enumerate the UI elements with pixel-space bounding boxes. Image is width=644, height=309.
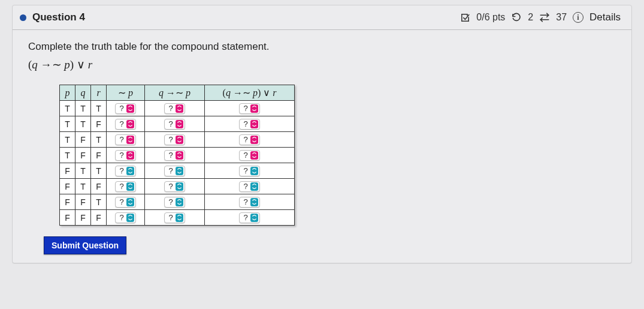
- truth-table: p q r ∼ p q →∼ p (q →∼ p) ∨ r TTT???TTF?…: [59, 85, 295, 226]
- cell-full: ?: [205, 163, 295, 179]
- cell-r: F: [91, 210, 107, 226]
- cell-full: ?: [205, 179, 295, 194]
- select-placeholder: ?: [243, 104, 247, 113]
- select-dropdown[interactable]: ?: [115, 197, 135, 208]
- select-dropdown[interactable]: ?: [115, 150, 135, 161]
- cell-r: F: [91, 148, 107, 163]
- dropdown-caret-icon: [176, 198, 183, 206]
- select-placeholder: ?: [119, 119, 123, 129]
- question-body: Complete the truth table for the compoun…: [13, 30, 631, 263]
- dropdown-caret-icon: [176, 136, 183, 144]
- cell-p: F: [60, 194, 75, 210]
- select-dropdown[interactable]: ?: [164, 134, 185, 145]
- select-dropdown[interactable]: ?: [239, 103, 259, 114]
- select-placeholder: ?: [168, 151, 173, 160]
- cell-q: T: [75, 163, 91, 179]
- select-placeholder: ?: [243, 197, 247, 207]
- select-dropdown[interactable]: ?: [164, 150, 185, 161]
- table-row: TTF???: [60, 116, 295, 132]
- select-dropdown[interactable]: ?: [239, 119, 259, 130]
- compound-statement-formula: (q →∼ p) ∨ r: [28, 58, 631, 71]
- dropdown-caret-icon: [250, 214, 258, 222]
- cell-full: ?: [205, 116, 295, 132]
- select-placeholder: ?: [168, 135, 173, 145]
- select-dropdown[interactable]: ?: [239, 212, 259, 223]
- dropdown-caret-icon: [126, 182, 134, 191]
- dropdown-caret-icon: [176, 104, 183, 113]
- question-title: Question 4: [32, 11, 85, 23]
- dropdown-caret-icon: [250, 104, 258, 113]
- select-placeholder: ?: [168, 213, 173, 223]
- dropdown-caret-icon: [250, 198, 258, 206]
- select-dropdown[interactable]: ?: [164, 166, 185, 176]
- select-dropdown[interactable]: ?: [239, 181, 259, 192]
- dropdown-caret-icon: [250, 151, 258, 160]
- select-dropdown[interactable]: ?: [239, 197, 259, 208]
- cell-p: F: [60, 210, 75, 226]
- cell-p: F: [60, 179, 75, 194]
- select-dropdown[interactable]: ?: [115, 181, 135, 192]
- select-dropdown[interactable]: ?: [115, 212, 135, 223]
- col-header-impl: q →∼ p: [145, 85, 205, 101]
- select-dropdown[interactable]: ?: [239, 134, 259, 145]
- col-header-full: (q →∼ p) ∨ r: [205, 85, 295, 101]
- cell-full: ?: [205, 132, 295, 148]
- details-link[interactable]: Details: [589, 11, 621, 23]
- select-dropdown[interactable]: ?: [115, 166, 135, 176]
- table-row: FFT???: [60, 194, 295, 210]
- cell-p: T: [60, 116, 75, 132]
- dropdown-caret-icon: [126, 104, 134, 113]
- submit-question-button[interactable]: Submit Question: [44, 236, 126, 254]
- table-row: TTT???: [60, 101, 295, 116]
- dropdown-caret-icon: [126, 151, 134, 160]
- select-placeholder: ?: [243, 182, 247, 191]
- checkbox-icon: [460, 13, 470, 23]
- select-placeholder: ?: [119, 213, 123, 223]
- cell-impl: ?: [145, 179, 205, 194]
- question-header: Question 4 0/6 pts 2: [13, 5, 631, 30]
- select-dropdown[interactable]: ?: [164, 181, 185, 192]
- select-placeholder: ?: [119, 151, 123, 160]
- cell-impl: ?: [145, 148, 205, 163]
- select-placeholder: ?: [119, 182, 123, 191]
- dropdown-caret-icon: [250, 120, 258, 128]
- select-dropdown[interactable]: ?: [115, 103, 135, 114]
- cell-notp: ?: [107, 194, 145, 210]
- cell-impl: ?: [145, 194, 205, 210]
- cell-notp: ?: [107, 163, 145, 179]
- select-placeholder: ?: [243, 119, 247, 129]
- question-header-right: 0/6 pts 2 37 i Details: [460, 11, 621, 23]
- dropdown-caret-icon: [250, 182, 258, 191]
- cell-notp: ?: [107, 116, 145, 132]
- select-placeholder: ?: [119, 135, 123, 145]
- cell-q: F: [75, 210, 91, 226]
- cell-notp: ?: [107, 148, 145, 163]
- table-header-row: p q r ∼ p q →∼ p (q →∼ p) ∨ r: [60, 85, 295, 101]
- cell-impl: ?: [145, 210, 205, 226]
- table-row: TFT???: [60, 132, 295, 148]
- dropdown-caret-icon: [126, 120, 134, 128]
- select-dropdown[interactable]: ?: [164, 119, 185, 130]
- dropdown-caret-icon: [176, 182, 183, 191]
- cell-notp: ?: [107, 132, 145, 148]
- cell-q: T: [75, 101, 91, 116]
- instruction-text: Complete the truth table for the compoun…: [28, 41, 631, 53]
- select-dropdown[interactable]: ?: [239, 150, 259, 161]
- table-row: TFF???: [60, 148, 295, 163]
- cell-full: ?: [205, 101, 295, 116]
- select-dropdown[interactable]: ?: [115, 134, 135, 145]
- select-dropdown[interactable]: ?: [164, 212, 185, 223]
- select-dropdown[interactable]: ?: [115, 119, 135, 130]
- col-header-r: r: [91, 85, 107, 101]
- select-dropdown[interactable]: ?: [164, 197, 185, 208]
- dropdown-caret-icon: [176, 214, 183, 222]
- cell-r: T: [91, 163, 107, 179]
- select-placeholder: ?: [243, 213, 247, 223]
- select-dropdown[interactable]: ?: [239, 166, 259, 176]
- question-header-left: Question 4: [20, 11, 85, 23]
- select-dropdown[interactable]: ?: [164, 103, 185, 114]
- cell-impl: ?: [145, 132, 205, 148]
- cell-p: T: [60, 101, 75, 116]
- status-dot-icon: [20, 14, 26, 21]
- swap-icon: [539, 12, 550, 23]
